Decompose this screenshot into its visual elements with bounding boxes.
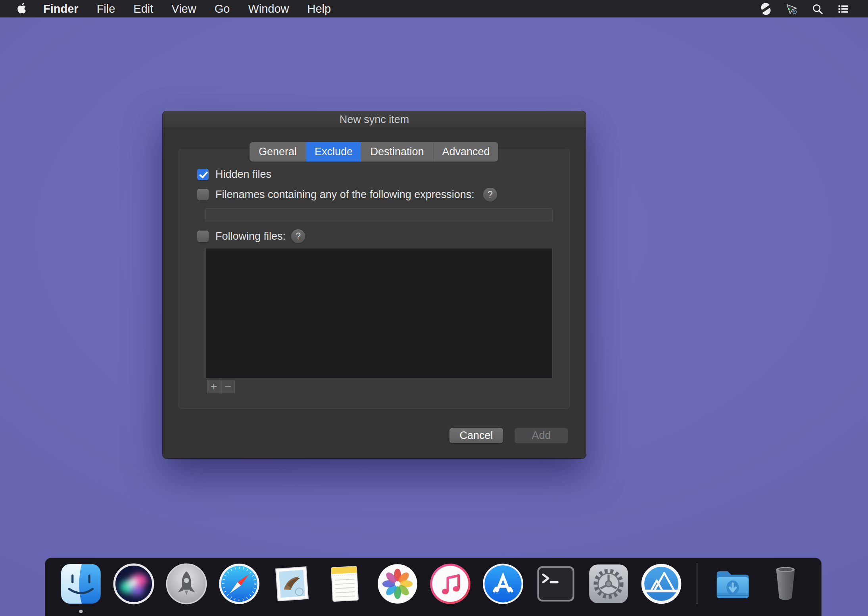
dock-icon-photos[interactable] bbox=[376, 563, 419, 605]
dock bbox=[45, 558, 822, 616]
menu-go[interactable]: Go bbox=[205, 0, 239, 17]
dock-divider bbox=[697, 563, 697, 604]
tab-advanced[interactable]: Advanced bbox=[434, 142, 498, 162]
add-row-button[interactable]: + bbox=[207, 380, 221, 393]
menu-file[interactable]: File bbox=[88, 0, 125, 17]
files-list-box[interactable] bbox=[205, 248, 553, 378]
cancel-button[interactable]: Cancel bbox=[449, 428, 503, 443]
filenames-label: Filenames containing any of the followin… bbox=[215, 189, 474, 201]
list-controls: + − bbox=[207, 380, 235, 393]
menu-view[interactable]: View bbox=[162, 0, 205, 17]
menu-help[interactable]: Help bbox=[298, 0, 340, 17]
following-files-checkbox[interactable] bbox=[197, 231, 209, 242]
tab-destination[interactable]: Destination bbox=[361, 142, 434, 162]
menu-window[interactable]: Window bbox=[239, 0, 298, 17]
menu-edit[interactable]: Edit bbox=[124, 0, 162, 17]
tab-general[interactable]: General bbox=[250, 142, 306, 162]
hidden-files-row: Hidden files bbox=[197, 168, 271, 181]
dock-icon-system-preferences[interactable] bbox=[588, 563, 630, 605]
tab-bar: GeneralExcludeDestinationAdvanced bbox=[250, 142, 498, 162]
hidden-files-checkbox[interactable] bbox=[197, 169, 209, 180]
dock-icon-itunes[interactable] bbox=[429, 563, 471, 605]
filenames-row: Filenames containing any of the followin… bbox=[197, 188, 497, 202]
dock-icon-siri[interactable] bbox=[113, 563, 155, 605]
dock-icon-trash[interactable] bbox=[764, 563, 807, 605]
following-files-label: Following files: bbox=[215, 230, 286, 243]
menu-finder[interactable]: Finder bbox=[34, 0, 88, 17]
dialog-title: New sync item bbox=[340, 114, 409, 126]
dock-icon-app-store[interactable] bbox=[482, 563, 524, 605]
notification-list-icon[interactable] bbox=[837, 2, 850, 15]
dock-icon-safari[interactable] bbox=[218, 563, 260, 605]
expressions-input[interactable] bbox=[205, 208, 553, 222]
following-files-help-button[interactable]: ? bbox=[291, 229, 305, 243]
running-indicator bbox=[79, 610, 83, 613]
filenames-checkbox[interactable] bbox=[197, 189, 209, 200]
dock-icon-finder[interactable] bbox=[60, 563, 102, 605]
hidden-files-label: Hidden files bbox=[215, 168, 271, 181]
remove-row-button[interactable]: − bbox=[221, 380, 235, 393]
spotlight-search-icon[interactable] bbox=[811, 2, 824, 15]
dock-icon-app-cleaner[interactable] bbox=[640, 563, 682, 605]
pointer-tool-icon[interactable] bbox=[785, 2, 798, 15]
dock-icon-mail[interactable] bbox=[271, 563, 313, 605]
menu-bar-status-area bbox=[759, 2, 868, 15]
apple-menu-icon[interactable] bbox=[17, 3, 28, 15]
dialog-title-bar[interactable]: New sync item bbox=[163, 111, 586, 128]
dock-icon-launchpad[interactable] bbox=[165, 563, 207, 605]
menu-bar: FinderFileEditViewGoWindowHelp bbox=[0, 0, 868, 17]
filenames-help-button[interactable]: ? bbox=[483, 188, 497, 202]
sync-s-icon[interactable] bbox=[759, 2, 772, 15]
following-files-row: Following files: ? bbox=[197, 229, 305, 243]
new-sync-item-dialog: New sync item GeneralExcludeDestinationA… bbox=[163, 111, 586, 458]
tab-exclude[interactable]: Exclude bbox=[306, 142, 361, 162]
dock-icon-downloads-folder[interactable] bbox=[712, 563, 754, 605]
dock-icon-notes[interactable] bbox=[324, 563, 366, 605]
add-button[interactable]: Add bbox=[515, 428, 568, 443]
dock-icon-terminal[interactable] bbox=[535, 563, 577, 605]
